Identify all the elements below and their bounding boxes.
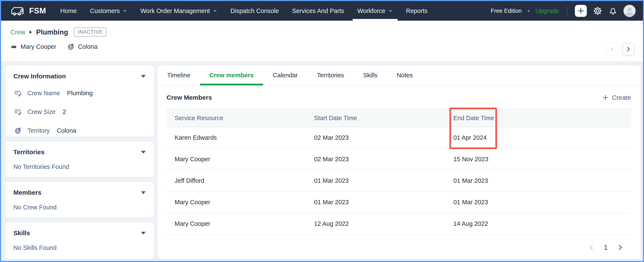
notifications-button[interactable] [608, 7, 618, 15]
page-body: Crew Information Crew Name Plumbing [1, 62, 643, 261]
nav-item-home[interactable]: Home [56, 1, 82, 21]
cell-service-resource: Mary Cooper [166, 149, 306, 170]
create-label: Create [612, 94, 631, 101]
members-empty-text: No Crew Found [14, 204, 146, 211]
previous-record-button[interactable] [606, 43, 619, 55]
tab-notes[interactable]: Notes [387, 65, 422, 85]
territory-globe-icon [68, 43, 75, 50]
column-header-start-date-time[interactable]: Start Date Time [306, 109, 444, 127]
tab-crew-members[interactable]: Crew members [200, 65, 263, 85]
text-field-icon [14, 89, 23, 97]
cell-service-resource: Mary Cooper [166, 192, 306, 213]
upgrade-link[interactable]: Upgrade [536, 8, 559, 15]
text-field-icon [14, 108, 23, 115]
collapse-caret-icon [141, 75, 146, 78]
gear-icon [593, 6, 602, 16]
cell-end-date: 15 Nov 2023 [444, 149, 632, 170]
vertical-divider [567, 6, 567, 16]
chevron-down-icon [388, 9, 393, 13]
nav-item-services-and-parts[interactable]: Services And Parts [287, 1, 349, 21]
tab-territories[interactable]: Territories [307, 65, 354, 85]
pagination: 1 [166, 236, 632, 259]
section-title: Crew Members [166, 94, 212, 101]
nav-item-workforce[interactable]: Workforce [353, 1, 398, 21]
main-menu: Home Customers Work Order Management Dis… [54, 1, 434, 21]
tab-calendar[interactable]: Calendar [263, 65, 307, 85]
field-territory: Territory Colona [14, 126, 146, 135]
field-crew-size: Crew Size 2 [14, 107, 146, 116]
breadcrumb-crew-link[interactable]: Crew [10, 29, 25, 36]
detail-tabs: Timeline Crew members Calendar Territori… [158, 65, 640, 85]
skills-header[interactable]: Skills [14, 229, 146, 237]
crew-leader: Mary Cooper [10, 43, 56, 50]
nav-item-dispatch-console[interactable]: Dispatch Console [226, 1, 284, 21]
skills-card: Skills No Skills Found [5, 222, 154, 259]
table-row[interactable]: Mary Cooper 01 Mar 2023 01 Mar 2023 [166, 192, 632, 213]
crew-territory: Colona [68, 43, 98, 50]
cell-service-resource: Mary Cooper [166, 213, 306, 234]
crew-information-header[interactable]: Crew Information [14, 73, 146, 80]
table-row[interactable]: Jeff Difford 01 Mar 2023 01 Mar 2023 [166, 170, 632, 192]
detail-sidebar: Crew Information Crew Name Plumbing [5, 65, 154, 259]
table-row[interactable]: Mary Cooper 02 Mar 2023 15 Nov 2023 [166, 149, 632, 170]
user-avatar[interactable] [623, 5, 636, 17]
separator-dot [528, 10, 530, 12]
crew-detail-main-card: Timeline Crew members Calendar Territori… [158, 65, 640, 259]
cell-end-date: 01 Apr 2024 [444, 127, 632, 148]
field-label[interactable]: Crew Size [28, 108, 56, 115]
cell-start-date: 02 Mar 2023 [306, 149, 444, 170]
field-crew-name: Crew Name Plumbing [14, 88, 146, 98]
quick-create-button[interactable] [575, 5, 587, 17]
breadcrumb-separator-icon [30, 31, 32, 34]
bell-icon [608, 7, 618, 15]
top-navigation-bar: FSM Home Customers Work Order Management… [1, 1, 643, 21]
cell-service-resource: Karen Edwards [166, 127, 306, 148]
tab-timeline[interactable]: Timeline [158, 65, 200, 85]
column-header-end-date-time[interactable]: End Date Time [444, 109, 632, 127]
globe-icon [14, 127, 23, 134]
territories-card: Territories No Territories Found [5, 141, 154, 177]
cell-start-date: 12 Aug 2022 [306, 213, 444, 234]
plus-icon [602, 94, 609, 101]
brand-name: FSM [29, 7, 46, 15]
chevron-down-icon [213, 9, 217, 13]
crown-icon [10, 43, 17, 50]
card-title: Members [14, 189, 42, 196]
field-label[interactable]: Crew Name [28, 90, 60, 97]
field-label[interactable]: Territory [28, 127, 50, 134]
territories-empty-text: No Territories Found [14, 163, 146, 170]
nav-item-work-order-management[interactable]: Work Order Management [136, 1, 222, 21]
nav-item-customers[interactable]: Customers [85, 1, 132, 21]
nav-item-reports[interactable]: Reports [401, 1, 432, 21]
next-page-button[interactable] [616, 244, 624, 251]
status-badge: INACTIVE [74, 28, 106, 37]
cell-end-date: 01 Mar 2023 [444, 192, 632, 213]
edition-label: Free Edition [491, 8, 522, 14]
nav-right-cluster: Free Edition Upgrade [491, 5, 636, 17]
settings-button[interactable] [593, 6, 602, 16]
record-navigation [606, 43, 634, 55]
app-logo[interactable]: FSM [10, 6, 46, 16]
table-row[interactable]: Mary Cooper 12 Aug 2022 14 Aug 2022 [166, 213, 632, 235]
crew-information-card: Crew Information Crew Name Plumbing [5, 65, 154, 137]
record-title: Plumbing [36, 28, 68, 36]
next-record-button[interactable] [622, 43, 634, 55]
table-row[interactable]: Karen Edwards 02 Mar 2023 01 Apr 2024 [166, 127, 632, 149]
record-meta: Mary Cooper Colona [10, 43, 634, 50]
previous-page-button[interactable] [588, 244, 595, 251]
territories-header[interactable]: Territories [14, 149, 146, 156]
create-button[interactable]: Create [602, 94, 631, 101]
card-title: Skills [14, 229, 30, 237]
card-title: Crew Information [14, 73, 66, 80]
members-header[interactable]: Members [14, 189, 146, 196]
cell-start-date: 01 Mar 2023 [306, 170, 444, 191]
members-card: Members No Crew Found [5, 182, 154, 217]
cell-service-resource: Jeff Difford [166, 170, 306, 191]
collapse-caret-icon [141, 191, 146, 194]
column-header-service-resource[interactable]: Service Resource [166, 109, 306, 127]
plus-icon [576, 7, 585, 15]
fsm-truck-icon [10, 6, 25, 16]
table-header-row: Service Resource Start Date Time End Dat… [166, 109, 632, 127]
chevron-down-icon [122, 9, 127, 13]
tab-skills[interactable]: Skills [354, 65, 387, 85]
